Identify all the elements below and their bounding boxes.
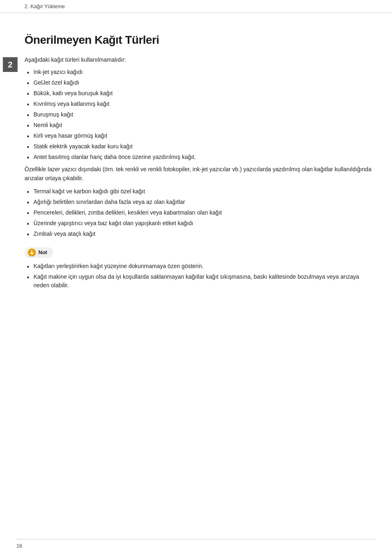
note-box: Not: [24, 247, 53, 258]
list-item: Kağıt makine için uygun olsa da iyi koşu…: [24, 273, 376, 290]
list-item: Buruşmuş kağıt: [24, 110, 376, 119]
note-label: Not: [38, 249, 47, 255]
bullet-list-1: Ink-jet yazıcı kağıdı GelJet özel kağıdı…: [24, 68, 376, 161]
list-item: Üzerinde yapıştırıcı veya baz kağıt olan…: [24, 219, 376, 228]
list-item: Zımbalı veya ataçlı kağıt: [24, 230, 376, 238]
main-content: Önerilmeyen Kağıt Türleri Aşağıdaki kağı…: [24, 13, 376, 557]
header-bar: 2. Kağıt Yükleme: [0, 0, 392, 13]
list-item: Kirli veya hasar görmüş kağıt: [24, 132, 376, 140]
list-item: Kıvrılmış veya katlanmış kağıt: [24, 100, 376, 108]
breadcrumb: 2. Kağıt Yükleme: [24, 3, 65, 9]
note-bullet-list: Kağıtları yerleştirirken kağıt yüzeyine …: [24, 262, 376, 290]
page-title: Önerilmeyen Kağıt Türleri: [24, 34, 376, 47]
list-item: Termal kağıt ve karbon kağıdı gibi özel …: [24, 187, 376, 196]
note-down-arrow-icon: [28, 248, 36, 257]
chapter-number: 2: [3, 57, 18, 72]
list-item: Ink-jet yazıcı kağıdı: [24, 68, 376, 76]
bullet-list-2: Termal kağıt ve karbon kağıdı gibi özel …: [24, 187, 376, 238]
list-item: Ağırlığı belirtilen sınırlardan daha faz…: [24, 198, 376, 206]
page-number: 16: [16, 543, 22, 549]
list-item: Antet basılmış olanlar hariç daha önce ü…: [24, 153, 376, 161]
list-item: Statik elektrik yayacak kadar kuru kağıt: [24, 142, 376, 151]
list-item: Kağıtları yerleştirirken kağıt yüzeyine …: [24, 262, 376, 271]
inline-paragraph: Özellikle lazer yazıcı dışındaki (örn. t…: [24, 165, 376, 183]
page-container: 2. Kağıt Yükleme 2 Önerilmeyen Kağıt Tür…: [0, 0, 392, 557]
list-item: Nemli kağıt: [24, 121, 376, 130]
intro-text: Aşağıdaki kağıt türleri kullanılmamalıdı…: [24, 56, 376, 63]
list-item: Pencereleri, delikleri, zımba delikleri,…: [24, 208, 376, 217]
list-item: GelJet özel kağıdı: [24, 78, 376, 87]
list-item: Bükük, katlı veya buruşuk kağıt: [24, 89, 376, 98]
chapter-sidebar: 2: [0, 16, 20, 72]
page-footer: 16: [16, 539, 376, 549]
